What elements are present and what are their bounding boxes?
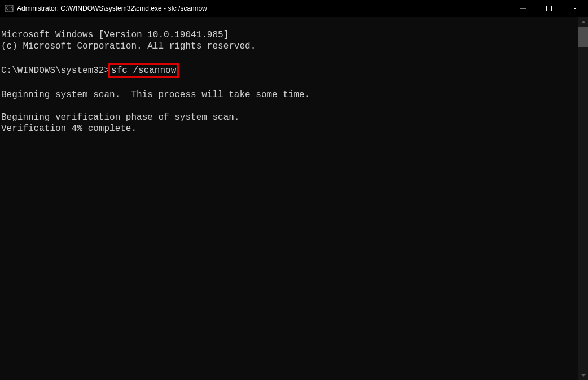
scroll-down-arrow[interactable] <box>578 370 588 380</box>
prompt-text: C:\WINDOWS\system32> <box>1 65 109 76</box>
cmd-window: C:\ Administrator: C:\WINDOWS\system32\c… <box>0 0 588 380</box>
command-highlight: sfc /scannow <box>108 63 179 78</box>
prompt-line: C:\WINDOWS\system32>sfc /scannow <box>1 65 178 76</box>
window-title: Administrator: C:\WINDOWS\system32\cmd.e… <box>17 5 510 12</box>
output-line: Verification 4% complete. <box>1 124 137 134</box>
scroll-thumb[interactable] <box>578 27 588 47</box>
output-line: Beginning system scan. This process will… <box>1 90 310 100</box>
svg-marker-6 <box>581 21 586 23</box>
svg-marker-7 <box>581 374 586 377</box>
vertical-scrollbar[interactable] <box>578 17 588 380</box>
content-area: Microsoft Windows [Version 10.0.19041.98… <box>0 17 588 380</box>
command-text: sfc /scannow <box>111 65 176 76</box>
svg-text:C:\: C:\ <box>6 6 14 11</box>
svg-rect-3 <box>547 6 552 11</box>
output-line: Microsoft Windows [Version 10.0.19041.98… <box>1 30 229 40</box>
output-line: Beginning verification phase of system s… <box>1 112 239 123</box>
terminal-output[interactable]: Microsoft Windows [Version 10.0.19041.98… <box>0 17 578 380</box>
maximize-button[interactable] <box>536 0 562 17</box>
cmd-icon: C:\ <box>5 4 14 13</box>
window-controls <box>510 0 588 17</box>
titlebar[interactable]: C:\ Administrator: C:\WINDOWS\system32\c… <box>0 0 588 17</box>
scroll-track[interactable] <box>578 27 588 370</box>
output-line: (c) Microsoft Corporation. All rights re… <box>1 41 256 51</box>
minimize-button[interactable] <box>510 0 536 17</box>
scroll-up-arrow[interactable] <box>578 17 588 27</box>
close-button[interactable] <box>562 0 588 17</box>
